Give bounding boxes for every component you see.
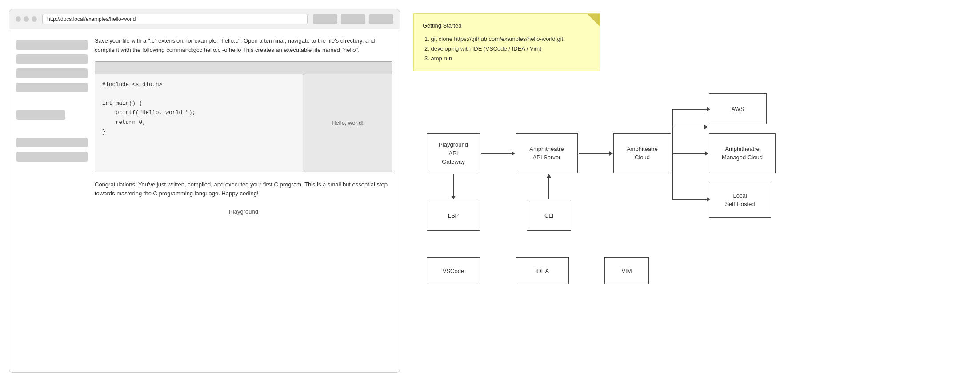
browser-nav-btn-3[interactable] [369, 14, 393, 24]
arrow-cloud-to-managed [672, 153, 708, 154]
amphitheatre-api-server-box: AmphitheatreAPI Server [516, 133, 578, 173]
browser-dots [16, 16, 37, 22]
code-block: #include <stdio.h> int main() { printf("… [95, 61, 392, 172]
arrow-gateway-to-api [481, 153, 515, 154]
aws-box: AWS [709, 93, 767, 124]
idea-box: IDEA [516, 257, 569, 284]
code-editor[interactable]: #include <stdio.h> int main() { printf("… [95, 74, 303, 172]
sticky-note-item-1: 1. git clone https://github.com/examples… [424, 34, 591, 44]
browser-body: Save your file with a ".c" extension, fo… [9, 29, 400, 372]
sidebar-spacer-2 [16, 124, 88, 133]
lsp-box: LSP [427, 200, 480, 231]
arrow-v-to-aws [672, 109, 673, 153]
code-line-2 [102, 90, 296, 99]
sidebar-item-7[interactable] [16, 152, 88, 162]
arrow-cloud-to-aws [672, 127, 708, 127]
sticky-note-item-2: 2. developing with IDE (VSCode / IDEA / … [424, 44, 591, 54]
code-line-3: int main() { [102, 99, 296, 108]
code-line-6: } [102, 127, 296, 137]
sidebar-item-4[interactable] [16, 83, 88, 92]
browser-nav-buttons [313, 14, 393, 24]
cli-box: CLI [527, 200, 571, 231]
sidebar-item-2[interactable] [16, 54, 88, 64]
arrow-v-to-local [672, 154, 673, 200]
browser-url[interactable]: http://docs.local/examples/hello-world [42, 14, 308, 24]
browser-toolbar: http://docs.local/examples/hello-world [9, 9, 400, 29]
browser-window: http://docs.local/examples/hello-world S… [9, 9, 400, 373]
code-line-5: return 0; [102, 118, 296, 127]
amphitheatre-managed-cloud-box: AmphitheatreManaged Cloud [709, 133, 776, 173]
browser-dot-red [16, 16, 21, 22]
sidebar-item-1[interactable] [16, 40, 88, 50]
browser-dot-green [32, 16, 37, 22]
sidebar-item-3[interactable] [16, 68, 88, 78]
sidebar-spacer [16, 97, 88, 106]
right-panel: Getting Started 1. git clone https://git… [413, 9, 971, 302]
playground-api-gateway-box: PlaygroundAPIGateway [427, 133, 480, 173]
sticky-note-item-3: 3. amp run [424, 54, 591, 63]
sidebar [16, 36, 88, 365]
sidebar-item-6[interactable] [16, 138, 88, 147]
arrow-cli-to-api [548, 174, 549, 199]
browser-nav-btn-1[interactable] [313, 14, 337, 24]
sidebar-item-5[interactable] [16, 110, 65, 120]
code-line-1: #include <stdio.h> [102, 80, 296, 90]
main-content: Save your file with a ".c" extension, fo… [95, 36, 392, 365]
arrow-head-local [707, 197, 710, 202]
arrow-api-to-cloud [579, 153, 612, 154]
code-output: Hello, world! [303, 74, 392, 172]
code-block-header [95, 62, 392, 74]
vim-box: VIM [604, 257, 649, 284]
arrow-head-aws [707, 107, 710, 111]
arrow-gateway-to-lsp [453, 174, 454, 199]
browser-nav-btn-2[interactable] [341, 14, 365, 24]
playground-label: Playground [95, 208, 392, 215]
congratulations-text: Congratulations! You've just written, co… [95, 180, 392, 199]
code-line-4: printf("Hello, world!"); [102, 108, 296, 118]
arrow-h-to-local [672, 199, 708, 200]
sticky-note: Getting Started 1. git clone https://git… [413, 13, 600, 71]
browser-dot-yellow [24, 16, 29, 22]
sticky-note-title: Getting Started [423, 21, 591, 31]
local-self-hosted-box: LocalSelf Hosted [709, 182, 771, 218]
arch-diagram: PlaygroundAPIGateway LSP AmphitheatreAPI… [413, 80, 813, 302]
intro-text: Save your file with a ".c" extension, fo… [95, 36, 392, 55]
vscode-box: VSCode [427, 257, 480, 284]
arrow-h-to-aws [672, 109, 708, 110]
amphitheatre-cloud-box: AmphiteatreCloud [613, 133, 671, 173]
code-block-body: #include <stdio.h> int main() { printf("… [95, 74, 392, 172]
